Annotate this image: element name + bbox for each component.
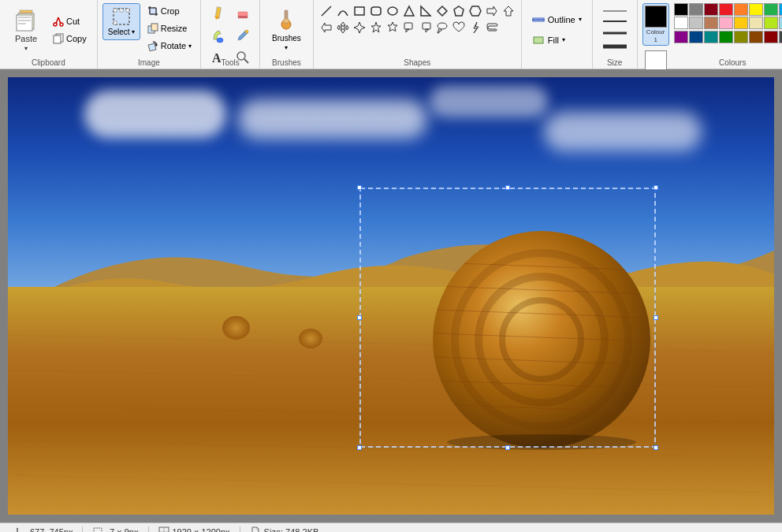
svg-marker-53 [388, 22, 397, 32]
handle-br[interactable] [654, 445, 658, 450]
palette-cyan[interactable] [779, 3, 782, 16]
palette-skyblue[interactable] [779, 17, 782, 29]
handle-tc[interactable] [505, 185, 510, 190]
paste-icon [13, 7, 39, 32]
palette-ext8[interactable] [779, 31, 782, 43]
handle-mr[interactable] [654, 315, 658, 320]
shape-callout2[interactable] [434, 20, 450, 35]
colour1-label: Colour 1 [645, 28, 667, 43]
handle-bc[interactable] [505, 445, 510, 450]
brushes-button[interactable]: Brushes ▾ [266, 3, 307, 55]
shape-rtriangle[interactable] [418, 3, 434, 19]
shape-callout-l[interactable] [418, 20, 434, 35]
shape-star4[interactable] [352, 20, 367, 35]
shape-roundrect[interactable] [368, 3, 384, 19]
size-2-button[interactable] [599, 17, 631, 26]
shape-star6[interactable] [385, 20, 400, 35]
picker-button[interactable] [231, 25, 255, 46]
pencil-button[interactable] [206, 3, 229, 24]
fill-tool-button[interactable]: Fill ▾ [527, 32, 587, 49]
select-button[interactable]: Select ▾ [102, 3, 140, 40]
shape-lightning[interactable] [467, 20, 483, 35]
svg-point-28 [217, 38, 223, 43]
shape-line[interactable] [318, 3, 334, 19]
shape-callout-r[interactable] [401, 20, 417, 35]
size-3-icon [603, 30, 627, 36]
brushes-group: Brushes ▾ Brushes [260, 0, 314, 69]
palette-yellow[interactable] [749, 3, 763, 16]
crop-button[interactable]: Crop [143, 3, 196, 19]
palette-pink[interactable] [719, 17, 733, 29]
palette-gold[interactable] [734, 17, 748, 29]
colours-group: Colour 1 Colour 2 [638, 0, 782, 69]
shape-curve[interactable] [335, 3, 351, 19]
palette-ext7[interactable] [764, 31, 778, 43]
handle-ml[interactable] [357, 315, 362, 320]
svg-point-32 [245, 30, 248, 33]
eraser-button[interactable] [231, 3, 255, 24]
size-4-button[interactable] [599, 40, 631, 53]
rotate-button[interactable]: Rotate ▾ [143, 38, 196, 54]
svg-rect-40 [371, 7, 381, 15]
colours-label: Colours [638, 58, 782, 67]
palette-ext6[interactable] [749, 31, 763, 43]
palette-ext5[interactable] [734, 31, 748, 43]
svg-point-58 [438, 23, 447, 29]
handle-tl[interactable] [357, 185, 362, 190]
svg-marker-43 [421, 6, 430, 16]
colour1-swatch [645, 6, 667, 28]
shape-ellipse[interactable] [385, 3, 400, 19]
resize-button[interactable]: Resize [143, 20, 196, 36]
statusbar: 677, 745px -7 × 9px 1920 × 1200px Size: … [0, 523, 782, 532]
select-label: Select [108, 28, 130, 36]
fill-button[interactable] [206, 25, 229, 46]
handle-tr[interactable] [654, 185, 658, 190]
shape-arrow-l[interactable] [318, 20, 334, 35]
shape-diamond[interactable] [434, 3, 450, 19]
copy-button[interactable]: Copy [49, 31, 91, 47]
palette-black[interactable] [674, 3, 688, 16]
palette-white[interactable] [674, 17, 688, 29]
eraser-icon [235, 6, 251, 21]
shape-rect[interactable] [352, 3, 367, 19]
shape-scroll[interactable] [484, 20, 500, 35]
palette-brown[interactable] [704, 17, 718, 29]
copy-icon [53, 33, 64, 44]
svg-marker-52 [371, 22, 381, 32]
outline-button[interactable]: Outline ▾ [527, 11, 587, 28]
image-size-icon [158, 526, 169, 533]
shape-arrow-r[interactable] [484, 3, 500, 19]
palette-lime[interactable] [764, 17, 778, 29]
svg-rect-15 [126, 9, 129, 12]
canvas-container[interactable] [0, 69, 782, 523]
selection-size-section: -7 × 9px [83, 526, 148, 533]
cloud3 [430, 86, 548, 117]
colour1-selector[interactable]: Colour 1 [642, 3, 669, 46]
palette-green[interactable] [764, 3, 778, 16]
shape-triangle[interactable] [401, 3, 417, 19]
paste-button[interactable]: Paste ▾ [6, 3, 46, 56]
cut-icon [53, 16, 64, 27]
palette-ext4[interactable] [719, 31, 733, 43]
palette-orange[interactable] [734, 3, 748, 16]
shape-pentagon[interactable] [451, 3, 467, 19]
size-3-button[interactable] [599, 28, 631, 39]
handle-bl[interactable] [357, 445, 362, 450]
cut-button[interactable]: Cut [49, 13, 91, 29]
shape-up-arrow[interactable] [501, 3, 516, 19]
svg-rect-31 [238, 16, 248, 18]
palette-lightgray[interactable] [689, 17, 703, 29]
palette-darkred[interactable] [704, 3, 718, 16]
shape-star5[interactable] [368, 20, 384, 35]
palette-ext2[interactable] [689, 31, 703, 43]
shape-arrow-4[interactable] [335, 20, 351, 35]
shape-heart[interactable] [451, 20, 467, 35]
size-1-button[interactable] [599, 7, 631, 15]
palette-ext1[interactable] [674, 31, 688, 43]
palette-ext3[interactable] [704, 31, 718, 43]
shape-hexagon[interactable] [467, 3, 483, 19]
palette-red[interactable] [719, 3, 733, 16]
palette-cream[interactable] [749, 17, 763, 29]
svg-point-59 [438, 29, 441, 32]
palette-darkgray[interactable] [689, 3, 703, 16]
